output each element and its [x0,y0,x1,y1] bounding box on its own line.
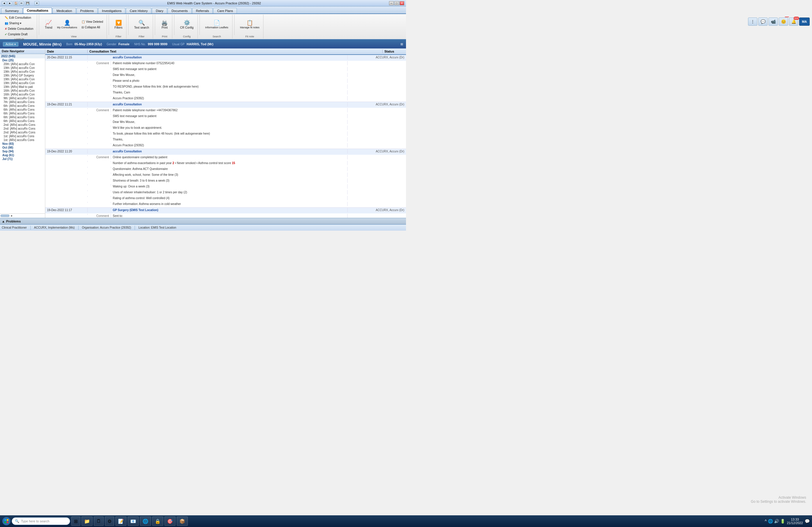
leaflets-icon: 📄 [214,20,220,25]
consult-row-1-4: TO RESPOND, please follow this link: (li… [45,84,406,90]
view-deleted-btn[interactable]: 📋 View Deleted [80,19,105,24]
sharing-btn[interactable]: 👥 Sharing ▾ [3,21,35,26]
day-item-5[interactable]: 19th: [ARx] accuRx Con [0,81,45,85]
maximize-btn[interactable]: □ [394,1,399,5]
asthma-val-2: 15 [232,161,235,165]
day-item-17[interactable]: 2nd: [ARx] accuRx Cons [0,127,45,131]
tab-problems[interactable]: Problems [76,8,98,13]
consult-author-3: ACCURX, Accurx (Dr) [348,149,406,153]
sidebar-scrollbar-thumb[interactable] [1,215,9,217]
sidebar-scroll-arrow[interactable]: ► [11,214,13,217]
window-controls: ─ □ ✕ [389,1,404,5]
divider1 [39,15,39,35]
ribbon-group-addedit: ✏️ Edit Consultation 👥 Sharing ▾ ✘ Delet… [1,15,37,39]
view-deleted-icon: 📋 [82,20,85,23]
consult-author-4: ACCURX, Accurx (Dr) [348,208,406,212]
day-item-11[interactable]: 6th: [ARx] accuRx Cons [0,104,45,108]
tab-carehistory[interactable]: Care History [126,8,151,13]
month-sep[interactable]: Sep (94) [0,149,45,153]
month-dec[interactable]: Dec (25) [0,58,45,62]
forward-btn[interactable]: ► [8,1,12,5]
author-empty-1-0 [348,61,406,62]
consult-header-row-4[interactable]: 19-Dec-2022 11:17 GP Surgery (EMIS Test … [45,208,406,214]
day-item-18[interactable]: 2nd: [ARx] accuRx Cons [0,131,45,134]
consult-row-3-4: Shortness of breath: 3 to 6 times a week… [45,178,406,184]
day-item-2[interactable]: 19th: [ARx] accuRx Con [0,70,45,74]
info-leaflets-btn[interactable]: 📄 Information Leaflets [203,19,230,30]
print-label: Print [162,34,168,38]
month-jul[interactable]: Jul (71) [0,157,45,161]
filter-icon: 🔽 [115,20,122,25]
day-item-9[interactable]: 9th: [ARx] accuRx Cons [0,96,45,100]
edit-btn[interactable]: ✏ [19,1,24,5]
day-item-10[interactable]: 7th: [ARx] accuRx Cons [0,100,45,104]
day-item-7[interactable]: 16th: [ARx] accuRx Con [0,89,45,92]
save-btn[interactable]: 💾 [25,1,30,5]
my-consultations-btn[interactable]: 👤 My Consultations [55,19,79,30]
edit-consultation-btn[interactable]: ✏️ Edit Consultation [3,15,35,20]
day-item-6[interactable]: 19th: [ARx] Mail to pati [0,85,45,89]
month-nov[interactable]: Nov (93) [0,142,45,146]
day-item-3[interactable]: 19th: [ARx] GP Surgery [0,74,45,77]
day-item-12[interactable]: 6th: [ARx] accuRx Cons [0,108,45,112]
tab-diary[interactable]: Diary [152,8,167,13]
consultation-header: Date Consultation Text Status [45,48,406,55]
day-item-16[interactable]: 2nd: [ARx] accuRx Cons [0,123,45,127]
consult-header-row-2[interactable]: 19-Dec-2022 11:21 accuRx Consultation AC… [45,102,406,108]
month-oct[interactable]: Oct (98) [0,146,45,149]
tab-documents[interactable]: Documents [168,8,192,13]
ribbon-group-view: 📈 Trend 👤 My Consultations 📋 View Delete… [41,15,107,39]
day-item-0[interactable]: 20th: [ARx] accuRx Con [0,62,45,66]
consultation-scroll[interactable]: 20-Dec-2022 11:15 accuRx Consultation AC… [45,55,406,218]
tab-summary[interactable]: Summary [1,8,23,13]
tab-bar: Summary Consultations Medication Problem… [0,6,406,14]
complete-draft-btn[interactable]: ✔ Complete Draft [3,32,35,37]
date-navigator-sidebar: Date Navigator 2022 (945) Dec (25) 20th:… [0,48,45,218]
day-item-8[interactable]: 16th: [ARx] accuRx Con [0,92,45,96]
day-item-19[interactable]: 1st: [ARx] accuRx Cons [0,134,45,138]
main-area: Date Navigator 2022 (945) Dec (25) 20th:… [0,48,406,218]
consult-row-4-0: Comment Sent to: [45,214,406,218]
day-item-15[interactable]: 6th: [ARx] accuRx Cons [0,119,45,123]
manage-fit-notes-btn[interactable]: 📋 Manage fit notes [238,19,262,30]
print-btn[interactable]: 🖨️ Print [159,19,170,30]
tab-medication[interactable]: Medication [53,8,76,13]
consultation-entry-1: 20-Dec-2022 11:15 accuRx Consultation AC… [45,55,406,102]
year-2022[interactable]: 2022 (945) [0,54,45,58]
day-item-4[interactable]: 19th: [ARx] accuRx Con [0,77,45,81]
delete-consultation-btn[interactable]: ✘ Delete Consultation [3,26,35,31]
ribbon-group-textsearch: 🔍 Text search Filter [130,15,153,39]
home-btn[interactable]: 🏠 [13,1,18,5]
day-item-13[interactable]: 6th: [ARx] accuRx Cons [0,112,45,115]
sidebar-scroll[interactable]: 2022 (945) Dec (25) 20th: [ARx] accuRx C… [0,54,45,214]
dropdown-btn[interactable]: ▾ [34,1,39,5]
title-bar: ◄ ► 🏠 ✏ 💾 ▾ EMIS Web Health Care System … [0,0,406,6]
textsearch-label: Filter [139,34,145,38]
problems-bar[interactable]: ▲ Problems [0,218,406,224]
consult-header-row-1[interactable]: 20-Dec-2022 11:15 accuRx Consultation AC… [45,55,406,61]
sharing-icon: 👥 [5,21,8,25]
collapse-all-btn[interactable]: ⊟ Collapse All [80,25,105,30]
consultation-entry-2: 19-Dec-2022 11:21 accuRx Consultation AC… [45,102,406,149]
fitnotes-label: Fit note [245,34,254,38]
patient-resize-icon[interactable]: ⊞ [401,42,403,46]
day-item-20[interactable]: 1st: [ARx] accuRx Cons [0,138,45,142]
filters-btn[interactable]: 🔽 Filters [113,19,125,30]
day-item-1[interactable]: 19th: [ARx] accuRx Con [0,66,45,70]
minimize-btn[interactable]: ─ [389,1,394,5]
text-search-btn[interactable]: 🔍 Text search [132,19,151,30]
tab-referrals[interactable]: Referrals [192,8,213,13]
consult-header-row-3[interactable]: 19-Dec-2022 11:20 accuRx Consultation AC… [45,149,406,155]
tab-consultations[interactable]: Consultations [23,8,52,13]
tab-investigations[interactable]: Investigations [98,8,125,13]
trend-btn[interactable]: 📈 Trend [43,19,54,30]
status-badge[interactable]: Active ▾ [3,42,18,46]
day-item-14[interactable]: 6th: [ARx] accuRx Cons [0,115,45,119]
close-btn[interactable]: ✕ [400,1,404,5]
month-aug[interactable]: Aug (61) [0,153,45,157]
fitnotes-buttons: 📋 Manage fit notes [238,15,262,34]
cr-config-btn[interactable]: ⚙️ CR Config [178,19,195,30]
organisation-label: Organisation: Accurx Practice (29392) [82,226,131,229]
tab-careplans[interactable]: Care Plans [213,8,236,13]
back-btn[interactable]: ◄ [2,1,6,5]
